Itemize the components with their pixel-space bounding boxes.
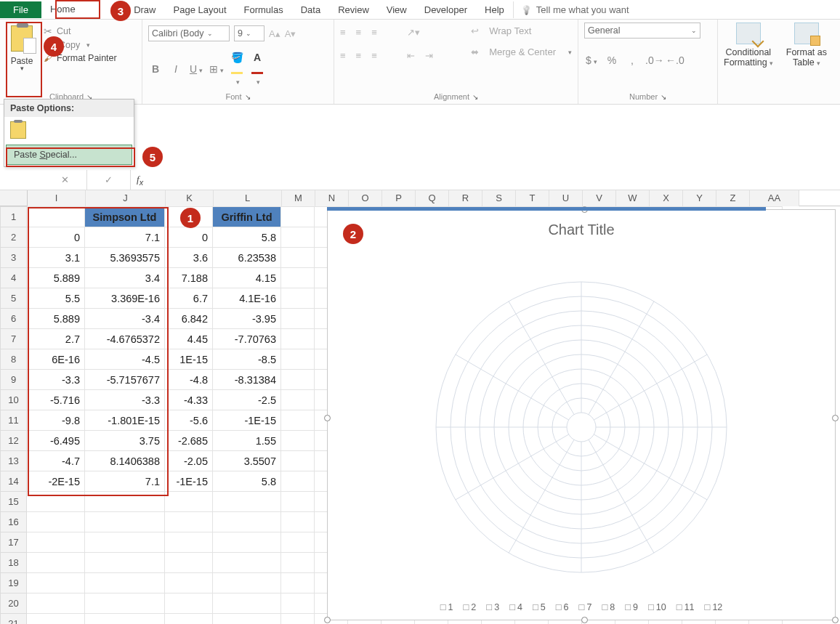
cell[interactable]: -2E-15: [27, 471, 85, 492]
col-P[interactable]: P: [382, 190, 416, 206]
merge-icon[interactable]: ⬌: [471, 46, 479, 57]
align-center-icon[interactable]: ≡: [356, 50, 362, 61]
cell[interactable]: -4.5: [85, 349, 165, 370]
cell[interactable]: [213, 553, 281, 573]
cell[interactable]: -9.8: [27, 410, 85, 431]
tell-me[interactable]: Tell me what you want: [513, 1, 637, 18]
row-head[interactable]: 1: [1, 207, 27, 227]
cell[interactable]: [213, 492, 281, 512]
paste-button[interactable]: Paste ▾: [6, 23, 38, 72]
cell[interactable]: [281, 593, 315, 614]
tab-developer[interactable]: Developer: [416, 1, 476, 18]
cell[interactable]: [281, 614, 315, 625]
cell[interactable]: 4.45: [165, 329, 213, 349]
resize-handle[interactable]: [324, 617, 331, 623]
cell[interactable]: [27, 593, 85, 614]
col-AA[interactable]: AA: [750, 190, 799, 206]
cell[interactable]: [281, 349, 315, 370]
increase-font-icon[interactable]: A▴: [269, 28, 280, 39]
cell[interactable]: 3.369E-16: [85, 288, 165, 309]
cell[interactable]: -2.5: [213, 390, 281, 410]
resize-handle[interactable]: [832, 415, 839, 421]
cell[interactable]: Griffin Ltd: [213, 207, 281, 227]
tab-page-layout[interactable]: Page Layout: [165, 1, 235, 18]
cell[interactable]: [281, 227, 315, 248]
row-head[interactable]: 18: [1, 553, 27, 573]
cell[interactable]: [85, 573, 165, 593]
cell[interactable]: 1E-15: [165, 349, 213, 370]
radar-chart[interactable]: Chart Title 123456789101112: [327, 209, 836, 620]
cell[interactable]: [27, 553, 85, 573]
row-head[interactable]: 10: [1, 390, 27, 410]
number-format-combo[interactable]: General⌄: [584, 23, 700, 39]
row-head[interactable]: 16: [1, 512, 27, 532]
dialog-launcher-icon[interactable]: ↘: [472, 93, 478, 101]
dialog-launcher-icon[interactable]: ↘: [661, 93, 666, 101]
cell[interactable]: 4.15: [213, 268, 281, 288]
fx-icon[interactable]: fx: [131, 174, 149, 187]
row-head[interactable]: 5: [1, 288, 27, 309]
paste-special-item[interactable]: Paste Special...: [6, 145, 132, 165]
row-head[interactable]: 13: [1, 451, 27, 471]
cell[interactable]: -5.716: [27, 390, 85, 410]
cell[interactable]: -4.33: [165, 390, 213, 410]
fill-color-button[interactable]: 🪣▾: [230, 52, 244, 86]
row-head[interactable]: 7: [1, 329, 27, 349]
cell[interactable]: [213, 512, 281, 532]
cell[interactable]: 0: [27, 227, 85, 248]
legend-item[interactable]: 6: [556, 601, 569, 612]
col-V[interactable]: V: [583, 190, 616, 206]
cell[interactable]: [165, 512, 213, 532]
align-mid-icon[interactable]: ≡: [356, 27, 362, 38]
border-button[interactable]: ⊞▾: [209, 63, 224, 75]
cell[interactable]: [165, 593, 213, 614]
cell[interactable]: -7.70763: [213, 329, 281, 349]
cell[interactable]: 7.1: [85, 227, 165, 248]
cell[interactable]: [281, 471, 315, 492]
cancel-icon[interactable]: ✕: [44, 170, 87, 190]
cell[interactable]: 6.7: [165, 288, 213, 309]
col-M[interactable]: M: [282, 190, 315, 206]
cell[interactable]: 2.7: [27, 329, 85, 349]
comma-button[interactable]: ,: [625, 54, 639, 66]
row-head[interactable]: 8: [1, 349, 27, 370]
col-R[interactable]: R: [449, 190, 482, 206]
cell[interactable]: 7.1: [85, 471, 165, 492]
chart-title[interactable]: Chart Title: [328, 210, 835, 250]
cell[interactable]: 0: [165, 227, 213, 248]
row-head[interactable]: 3: [1, 248, 27, 268]
row-head[interactable]: 19: [1, 573, 27, 593]
row-head[interactable]: 20: [1, 593, 27, 614]
resize-handle[interactable]: [324, 415, 331, 421]
legend-item[interactable]: 12: [705, 601, 723, 612]
orientation-icon[interactable]: ↗▾: [407, 27, 420, 38]
col-X[interactable]: X: [650, 190, 683, 206]
row-head[interactable]: 12: [1, 431, 27, 451]
font-name-combo[interactable]: Calibri (Body⌄: [148, 25, 230, 41]
legend-item[interactable]: 5: [533, 601, 546, 612]
col-U[interactable]: U: [549, 190, 583, 206]
cell[interactable]: 6.23538: [213, 248, 281, 268]
cell[interactable]: [27, 207, 85, 227]
cell[interactable]: -5.7157677: [85, 370, 165, 390]
cell[interactable]: [281, 573, 315, 593]
col-K[interactable]: K: [166, 190, 214, 206]
cell[interactable]: [213, 532, 281, 553]
cell[interactable]: [165, 532, 213, 553]
indent-inc-icon[interactable]: ⇥: [425, 50, 433, 61]
cell[interactable]: [281, 207, 315, 227]
align-bot-icon[interactable]: ≡: [371, 27, 377, 38]
cell[interactable]: -3.3: [27, 370, 85, 390]
cell[interactable]: 6.842: [165, 309, 213, 329]
cell[interactable]: -2.685: [165, 431, 213, 451]
accounting-button[interactable]: $▾: [584, 54, 599, 66]
cell[interactable]: 3.4: [85, 268, 165, 288]
col-J[interactable]: J: [86, 190, 166, 206]
legend-item[interactable]: 1: [440, 601, 453, 612]
cell[interactable]: 5.8: [213, 471, 281, 492]
cell[interactable]: 3.75: [85, 431, 165, 451]
cell[interactable]: -1E-15: [165, 471, 213, 492]
cell[interactable]: [281, 410, 315, 431]
cell[interactable]: [27, 614, 85, 625]
cell[interactable]: [213, 614, 281, 625]
